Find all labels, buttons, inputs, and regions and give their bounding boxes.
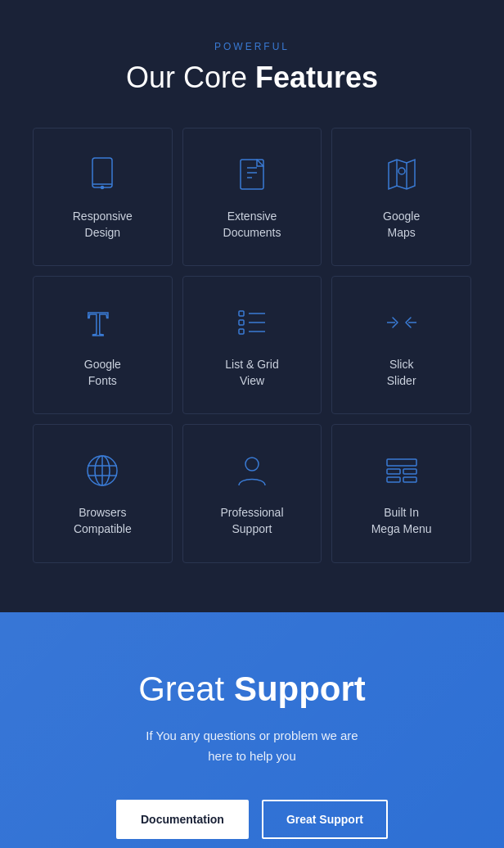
- feature-label-built-in-mega-menu: Built InMega Menu: [371, 505, 432, 537]
- svg-text:T: T: [88, 305, 109, 342]
- feature-label-responsive-design: ResponsiveDesign: [73, 209, 133, 241]
- feature-label-google-maps: GoogleMaps: [383, 209, 420, 241]
- support-title: Great Support: [33, 670, 471, 709]
- feature-card-professional-support: ProfessionalSupport: [182, 424, 322, 562]
- feature-card-browsers-compatible: BrowsersCompatible: [33, 424, 173, 562]
- svg-point-24: [245, 458, 259, 471]
- svg-rect-13: [239, 320, 244, 325]
- svg-rect-25: [387, 459, 416, 466]
- document-icon: [231, 153, 273, 196]
- svg-rect-28: [387, 477, 400, 482]
- svg-rect-27: [403, 469, 416, 474]
- svg-rect-29: [403, 477, 416, 482]
- features-eyebrow: POWERFUL: [33, 41, 471, 52]
- features-section: POWERFUL Our Core Features ResponsiveDes…: [0, 0, 504, 612]
- support-desc-line2: here to help you: [208, 749, 296, 763]
- features-title: Our Core Features: [33, 61, 471, 95]
- globe-icon: [81, 449, 124, 492]
- map-icon: [380, 153, 423, 196]
- feature-label-professional-support: ProfessionalSupport: [220, 505, 283, 537]
- support-desc-line1: If You any questions or problem we are: [146, 728, 358, 742]
- font-icon: T: [81, 301, 124, 344]
- megamenu-icon: [380, 449, 423, 492]
- support-description: If You any questions or problem we are h…: [33, 725, 471, 767]
- list-icon: [231, 301, 273, 344]
- feature-label-list-grid-view: List & GridView: [225, 357, 278, 389]
- features-grid: ResponsiveDesign ExtensiveDocuments: [33, 128, 471, 563]
- svg-point-9: [398, 168, 405, 174]
- support-buttons: Documentation Great Support: [33, 800, 471, 839]
- svg-rect-3: [241, 160, 263, 189]
- feature-card-google-fonts: T GoogleFonts: [33, 276, 173, 414]
- svg-rect-11: [239, 311, 244, 316]
- support-title-normal: Great: [138, 670, 234, 708]
- svg-rect-0: [92, 158, 112, 187]
- feature-card-responsive-design: ResponsiveDesign: [33, 128, 173, 266]
- feature-card-list-grid-view: List & GridView: [182, 276, 322, 414]
- feature-label-google-fonts: GoogleFonts: [84, 357, 121, 389]
- person-icon: [231, 449, 273, 492]
- support-title-bold: Support: [234, 670, 366, 708]
- support-section: Great Support If You any questions or pr…: [0, 612, 504, 848]
- svg-rect-26: [387, 469, 400, 474]
- features-title-normal: Our Core: [126, 61, 255, 94]
- mobile-icon: [81, 153, 124, 196]
- feature-card-built-in-mega-menu: Built InMega Menu: [331, 424, 471, 562]
- feature-label-slick-slider: SlickSlider: [387, 357, 416, 389]
- feature-card-slick-slider: SlickSlider: [331, 276, 471, 414]
- svg-point-2: [101, 187, 104, 189]
- documentation-button[interactable]: Documentation: [116, 800, 249, 839]
- slider-icon: [380, 301, 423, 344]
- feature-label-browsers-compatible: BrowsersCompatible: [74, 505, 132, 537]
- feature-card-extensive-documents: ExtensiveDocuments: [182, 128, 322, 266]
- great-support-button[interactable]: Great Support: [262, 800, 388, 839]
- feature-label-extensive-documents: ExtensiveDocuments: [223, 209, 281, 241]
- svg-rect-15: [239, 329, 244, 334]
- feature-card-google-maps: GoogleMaps: [331, 128, 471, 266]
- features-title-bold: Features: [255, 61, 378, 94]
